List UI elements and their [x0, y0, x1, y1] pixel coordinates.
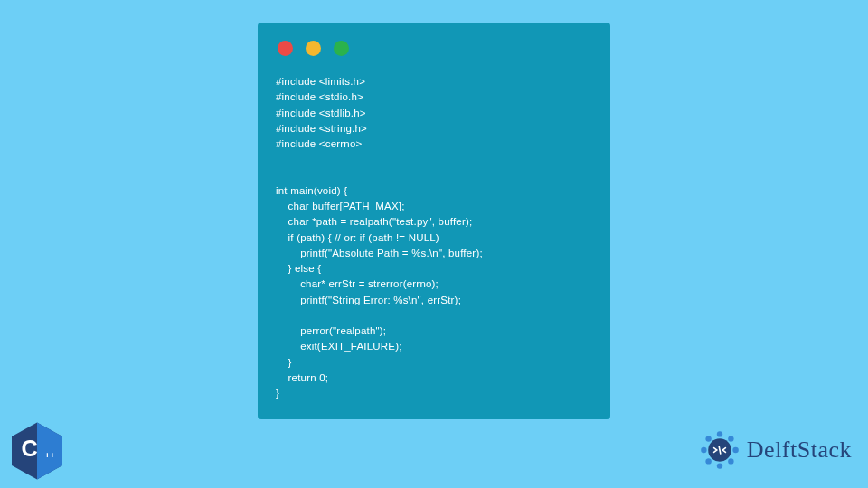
svg-text:++: ++ [44, 450, 55, 460]
code-line: #include <string.h> [276, 123, 367, 134]
svg-text:C: C [21, 436, 37, 461]
code-line: return 0; [276, 372, 328, 383]
code-line: if (path) { // or: if (path != NULL) [276, 232, 439, 243]
svg-point-10 [701, 447, 706, 453]
code-line: exit(EXIT_FAILURE); [276, 341, 402, 352]
code-line: #include <stdlib.h> [276, 108, 366, 118]
code-block: #include <limits.h> #include <stdio.h> #… [276, 74, 592, 401]
code-line: char *path = realpath("test.py", buffer)… [276, 216, 472, 227]
code-line: printf("Absolute Path = %s.\n", buffer); [276, 248, 483, 258]
code-line: char* errStr = strerror(errno); [276, 278, 439, 289]
traffic-light-yellow-icon [306, 41, 321, 56]
code-window: #include <limits.h> #include <stdio.h> #… [258, 23, 610, 419]
svg-point-9 [705, 458, 711, 464]
cpp-logo-icon: C ++ [5, 419, 69, 483]
brand-name: DelftStack [747, 436, 852, 464]
traffic-light-red-icon [278, 41, 293, 56]
svg-point-11 [705, 436, 711, 441]
code-line: #include <limits.h> [276, 76, 365, 87]
code-line: int main(void) { [276, 185, 347, 196]
svg-point-5 [728, 436, 733, 441]
code-line: } else { [276, 263, 321, 274]
code-line: printf("String Error: %s\n", errStr); [276, 295, 461, 305]
code-line: } [276, 357, 292, 368]
code-line: #include <stdio.h> [276, 91, 363, 102]
svg-point-8 [717, 463, 722, 468]
code-line: perror("realpath"); [276, 325, 386, 336]
traffic-light-green-icon [334, 41, 349, 56]
svg-point-7 [728, 458, 733, 464]
delftstack-emblem-icon [698, 428, 741, 472]
svg-point-6 [732, 447, 738, 453]
svg-point-4 [717, 431, 722, 436]
code-line: #include <cerrno> [276, 138, 362, 149]
code-line: } [276, 388, 279, 399]
delftstack-logo: DelftStack [698, 428, 852, 472]
code-line: char buffer[PATH_MAX]; [276, 201, 405, 211]
traffic-lights [276, 41, 592, 56]
